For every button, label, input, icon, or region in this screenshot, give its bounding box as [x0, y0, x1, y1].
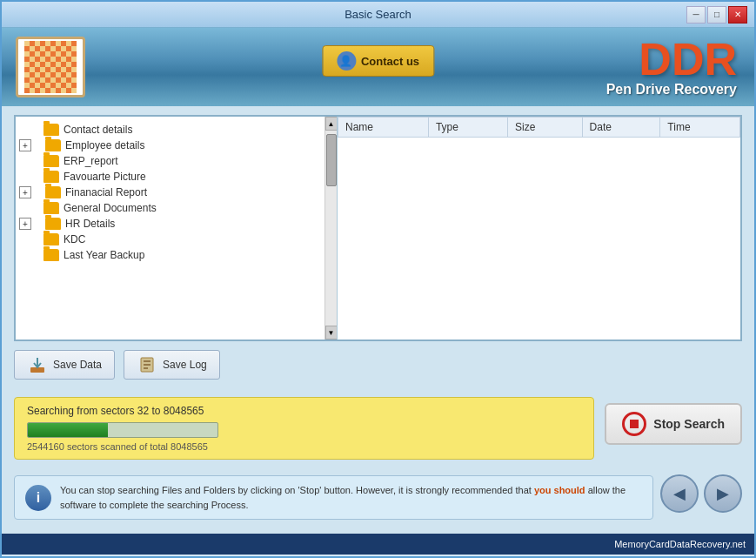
- scan-text: 2544160 sectors scanned of total 8048565: [27, 441, 581, 452]
- stop-search-button[interactable]: Stop Search: [605, 403, 742, 445]
- forward-button[interactable]: ▶: [704, 474, 742, 513]
- folder-icon: [43, 202, 59, 214]
- col-name: Name: [338, 118, 429, 138]
- folder-icon: [43, 249, 59, 261]
- tree-item-hr-details[interactable]: + HR Details: [19, 216, 333, 232]
- save-data-icon: [27, 356, 48, 373]
- logo-pattern: [24, 41, 77, 93]
- folder-icon: [45, 186, 61, 198]
- app-logo: [16, 37, 85, 97]
- contact-label: Contact us: [361, 55, 419, 68]
- save-log-label: Save Log: [163, 359, 207, 371]
- save-log-icon: [137, 356, 157, 373]
- contact-button[interactable]: 👤 Contact us: [322, 45, 434, 77]
- tree-item-erp-report[interactable]: ERP_report: [19, 153, 333, 169]
- window-title: Basic Search: [345, 8, 411, 21]
- scroll-up[interactable]: ▲: [325, 117, 338, 131]
- folder-icon: [43, 171, 59, 183]
- col-type: Type: [428, 118, 507, 138]
- close-button[interactable]: ✕: [728, 6, 747, 24]
- info-highlight: you should: [534, 485, 585, 495]
- action-buttons: Save Data Save Log: [14, 350, 742, 380]
- folder-icon: [43, 124, 59, 136]
- table-panel: Name Type Size Date Time: [338, 117, 740, 340]
- save-data-label: Save Data: [53, 359, 102, 371]
- tree-item-last-year-backup[interactable]: Last Year Backup: [19, 247, 333, 263]
- footer: MemoryCardDataRecovery.net: [2, 534, 754, 555]
- tree-scrollbar[interactable]: ▲ ▼: [324, 117, 337, 340]
- search-row: Searching from sectors 32 to 8048565 254…: [14, 388, 742, 460]
- save-log-button[interactable]: Save Log: [124, 350, 220, 380]
- contact-icon: 👤: [337, 51, 356, 71]
- expand-icon[interactable]: +: [19, 186, 31, 198]
- brand-ddr: DDR: [606, 37, 737, 82]
- info-bar: i You can stop searching Files and Folde…: [14, 475, 653, 520]
- folder-icon: [43, 155, 59, 167]
- main-content: Contact details + Employee details ERP_r…: [2, 106, 754, 534]
- search-status-text: Searching from sectors 32 to 8048565: [27, 405, 581, 417]
- info-icon: i: [25, 485, 51, 511]
- expand-icon[interactable]: +: [19, 218, 31, 230]
- brand: DDR Pen Drive Recovery: [606, 37, 737, 97]
- progress-bar-fill: [28, 423, 108, 437]
- stop-search-label: Stop Search: [653, 417, 725, 431]
- info-text-part1: You can stop searching Files and Folders…: [60, 485, 534, 495]
- nav-buttons: ◀ ▶: [660, 474, 742, 513]
- folder-icon: [45, 218, 61, 230]
- stop-icon: [622, 412, 646, 436]
- scroll-down[interactable]: ▼: [325, 326, 338, 340]
- minimize-button[interactable]: ─: [686, 6, 706, 24]
- search-status: Searching from sectors 32 to 8048565 254…: [14, 397, 594, 460]
- footer-text: MemoryCardDataRecovery.net: [614, 539, 746, 549]
- stop-square: [630, 420, 639, 428]
- col-size: Size: [508, 118, 583, 138]
- folder-icon: [45, 139, 61, 151]
- brand-subtitle: Pen Drive Recovery: [606, 82, 737, 97]
- progress-bar: [27, 422, 218, 438]
- maximize-button[interactable]: □: [707, 6, 726, 24]
- tree-item-general-documents[interactable]: General Documents: [19, 200, 333, 216]
- scroll-thumb[interactable]: [326, 134, 337, 186]
- title-bar: Basic Search ─ □ ✕: [2, 2, 754, 28]
- file-table: Name Type Size Date Time: [338, 117, 740, 138]
- folder-icon: [43, 233, 59, 245]
- tree-content: Contact details + Employee details ERP_r…: [16, 117, 337, 268]
- col-time: Time: [660, 118, 740, 138]
- save-data-button[interactable]: Save Data: [14, 350, 115, 380]
- tree-panel: Contact details + Employee details ERP_r…: [16, 117, 338, 340]
- info-text: You can stop searching Files and Folders…: [60, 483, 642, 512]
- window-controls: ─ □ ✕: [686, 6, 747, 24]
- header: 👤 Contact us DDR Pen Drive Recovery: [2, 28, 754, 106]
- expand-icon[interactable]: +: [19, 139, 31, 151]
- tree-item-employee-details[interactable]: + Employee details: [19, 138, 333, 153]
- tree-item-financial-report[interactable]: + Finanacial Report: [19, 185, 333, 200]
- file-browser: Contact details + Employee details ERP_r…: [14, 115, 742, 341]
- tree-item-kdc[interactable]: KDC: [19, 232, 333, 247]
- tree-item-favouarte-picture[interactable]: Favouarte Picture: [19, 169, 333, 185]
- col-date: Date: [582, 118, 660, 138]
- tree-item-contact-details[interactable]: Contact details: [19, 122, 333, 138]
- back-button[interactable]: ◀: [660, 474, 699, 513]
